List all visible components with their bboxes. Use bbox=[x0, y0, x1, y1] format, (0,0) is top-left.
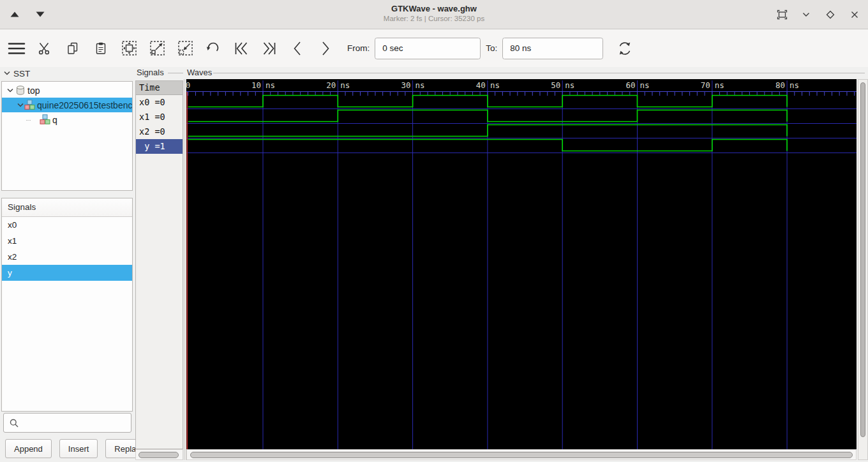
timeline-label: 60 bbox=[625, 80, 635, 90]
signal-search-input[interactable] bbox=[22, 413, 137, 433]
timeline-label: 50 bbox=[551, 80, 560, 90]
timeline-label: 0 bbox=[186, 80, 190, 90]
signal-browser-panel: Signals x0x1x2y bbox=[1, 198, 133, 412]
paste-icon bbox=[94, 41, 108, 56]
diamond-icon bbox=[826, 10, 835, 19]
back-button[interactable] bbox=[286, 34, 309, 63]
forward-button[interactable] bbox=[314, 34, 337, 63]
triangle-down-icon bbox=[36, 11, 45, 17]
shade-up-button[interactable] bbox=[8, 8, 22, 22]
skip-end-icon bbox=[261, 41, 278, 56]
values-hscrollbar-thumb[interactable] bbox=[138, 452, 179, 458]
wave-canvas[interactable]: 010ns20ns30ns40ns50ns60ns70ns80ns bbox=[186, 79, 857, 449]
minimize-button[interactable] bbox=[799, 8, 813, 22]
signal-values-column: Time x0 =0x1 =0x2 =0 y =1 bbox=[135, 80, 183, 449]
signals-frame-label: Signals bbox=[137, 68, 164, 77]
chevron-down-icon[interactable] bbox=[3, 70, 11, 77]
timeline-label: ns bbox=[490, 80, 500, 90]
zoom-fit-button[interactable] bbox=[117, 34, 140, 63]
reload-button[interactable] bbox=[613, 34, 636, 63]
sst-node-label: quine20250615testbench bbox=[37, 100, 132, 110]
waves-vscrollbar-track[interactable] bbox=[858, 79, 868, 460]
timeline-label: 80 bbox=[775, 80, 785, 90]
signal-value-row[interactable]: x1 =0 bbox=[136, 110, 183, 124]
zoom-out-icon bbox=[177, 40, 194, 57]
copy-icon bbox=[66, 41, 80, 56]
from-input[interactable] bbox=[375, 38, 481, 59]
timeline-label: 10 bbox=[251, 80, 261, 90]
sst-node-top[interactable]: top bbox=[2, 83, 132, 98]
close-button[interactable] bbox=[848, 8, 862, 22]
triangle-up-icon bbox=[10, 11, 19, 17]
timeline-label: ns bbox=[415, 80, 425, 90]
insert-button[interactable]: Insert bbox=[59, 439, 98, 458]
wave-canvas-background bbox=[186, 79, 857, 449]
toolbar-icon-group bbox=[5, 34, 342, 63]
zoom-in-button[interactable] bbox=[146, 34, 168, 63]
zoom-fit-icon bbox=[121, 40, 138, 57]
fit-window-button[interactable] bbox=[775, 8, 789, 22]
signal-value-row[interactable]: x0 =0 bbox=[136, 95, 183, 110]
timeline-label: 70 bbox=[701, 80, 710, 90]
append-button[interactable]: Append bbox=[5, 439, 52, 458]
from-label: From: bbox=[347, 43, 370, 53]
to-label: To: bbox=[486, 43, 497, 53]
zoom-undo-button[interactable] bbox=[202, 34, 225, 63]
menu-button[interactable] bbox=[5, 34, 28, 63]
timeline-label: ns bbox=[266, 80, 275, 90]
timeline-label: 40 bbox=[476, 80, 486, 90]
window-title: GTKWave - wave.ghw bbox=[0, 3, 868, 14]
time-column-header[interactable]: Time bbox=[136, 81, 183, 95]
zoom-in-icon bbox=[149, 40, 166, 57]
hamburger-menu-icon bbox=[7, 41, 26, 56]
timeline-label: ns bbox=[565, 80, 574, 90]
signal-list-item-x1[interactable]: x1 bbox=[2, 233, 132, 249]
marker-cursor-statusline: Marker: 2 fs | Cursor: 35230 ps bbox=[0, 14, 868, 24]
tree-connector bbox=[26, 119, 31, 121]
close-icon bbox=[850, 10, 859, 19]
undo-arrow-icon bbox=[206, 41, 221, 56]
timeline-label: 30 bbox=[401, 80, 411, 90]
sst-section-header[interactable]: SST bbox=[3, 68, 30, 79]
waves-vscrollbar-thumb[interactable] bbox=[860, 82, 865, 437]
signal-list-item-y[interactable]: y bbox=[2, 265, 132, 281]
paste-button[interactable] bbox=[89, 34, 112, 63]
reload-icon bbox=[617, 40, 633, 57]
chevron-left-icon bbox=[291, 40, 304, 57]
expander-chevron-icon bbox=[17, 101, 24, 109]
signal-list-item-x2[interactable]: x2 bbox=[2, 249, 132, 265]
copy-button[interactable] bbox=[61, 34, 84, 63]
to-start-button[interactable] bbox=[230, 34, 253, 63]
titlebar-right-controls bbox=[775, 0, 862, 29]
waves-frame-line bbox=[213, 73, 865, 73]
signal-value-row[interactable]: x2 =0 bbox=[136, 124, 183, 139]
values-hscrollbar-track[interactable] bbox=[135, 449, 183, 460]
hierarchy-cylinder-icon bbox=[15, 85, 26, 96]
expander-chevron-icon bbox=[6, 87, 15, 94]
shade-down-button[interactable] bbox=[33, 8, 47, 22]
waves-hscrollbar-thumb[interactable] bbox=[190, 452, 853, 458]
signals-frame-line bbox=[168, 73, 183, 73]
signal-action-buttons: AppendInsertReplace bbox=[5, 439, 154, 458]
sst-node-label: q bbox=[52, 115, 57, 125]
cut-button[interactable] bbox=[33, 34, 56, 63]
waves-frame-label: Waves bbox=[187, 68, 212, 77]
titlebar-left-controls bbox=[8, 0, 47, 29]
titlebar: GTKWave - wave.ghw Marker: 2 fs | Cursor… bbox=[0, 0, 868, 29]
signal-list-item-x0[interactable]: x0 bbox=[2, 217, 132, 233]
chevron-down-icon bbox=[802, 10, 811, 19]
signal-search-box[interactable] bbox=[3, 413, 131, 433]
timeline-label: ns bbox=[340, 80, 350, 90]
fit-window-icon bbox=[776, 9, 788, 20]
maximize-button[interactable] bbox=[823, 8, 837, 22]
sst-node-label: top bbox=[27, 86, 40, 96]
sst-node-quine20250615testbench[interactable]: quine20250615testbench bbox=[2, 98, 132, 112]
signal-browser-header[interactable]: Signals bbox=[2, 198, 132, 217]
waves-hscrollbar-track[interactable] bbox=[186, 449, 857, 460]
timeline-label: 20 bbox=[326, 80, 336, 90]
sst-node-q[interactable]: q bbox=[2, 112, 132, 127]
to-end-button[interactable] bbox=[258, 34, 281, 63]
to-input[interactable] bbox=[502, 38, 603, 59]
signal-value-row[interactable]: y =1 bbox=[136, 139, 183, 154]
zoom-out-button[interactable] bbox=[174, 34, 197, 63]
